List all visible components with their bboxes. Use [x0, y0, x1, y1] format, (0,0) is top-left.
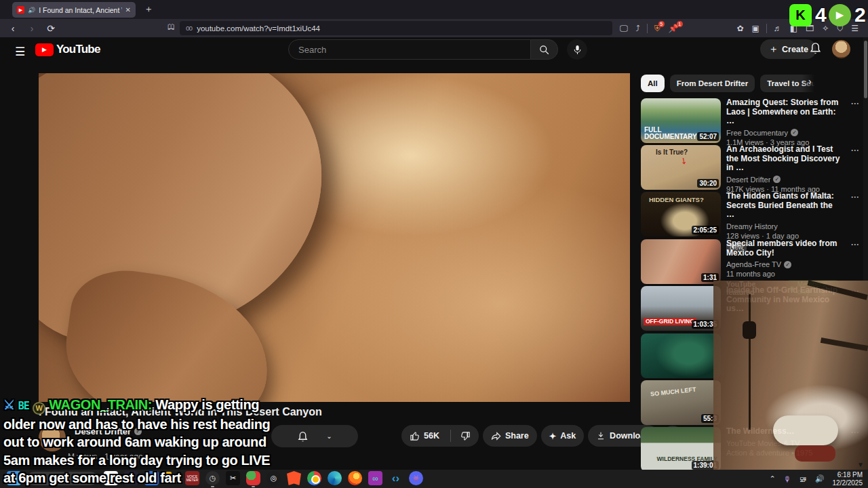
- chip-all[interactable]: All: [641, 75, 665, 92]
- mic-icon: [573, 45, 582, 55]
- edge-icon[interactable]: [328, 471, 342, 485]
- thumbnail[interactable]: OFF-GRID LIVING 1:03:35: [641, 286, 721, 331]
- chips-next-icon[interactable]: ›: [808, 76, 812, 87]
- related-video-4[interactable]: 1:31 Special members video from Mexico C…: [641, 239, 861, 284]
- screen: ▶ 🔊 I Found an Intact, Ancient Wo ✕ ＋ K …: [0, 0, 868, 488]
- chrome-icon[interactable]: [307, 471, 321, 485]
- duration-badge: 30:20: [697, 179, 719, 188]
- chat-badge-icon: BE: [18, 400, 29, 412]
- video-player[interactable]: [39, 73, 630, 402]
- shield-extension-icon[interactable]: ⛨5: [654, 24, 660, 33]
- search-button[interactable]: [531, 39, 558, 60]
- music-icon[interactable]: ♬: [774, 24, 782, 33]
- chevron-down-icon: ⌄: [326, 432, 332, 440]
- related-video-1[interactable]: FULLDOCUMENTARY 52:07 Amazing Quest: Sto…: [641, 98, 861, 143]
- toolbar-page-actions: 🖵 ⤴ ⛨5 📌1: [616, 19, 683, 37]
- site-permissions-icon[interactable]: oo: [186, 24, 192, 32]
- guide-hamburger-icon[interactable]: ☰: [15, 45, 25, 59]
- kebab-menu-icon[interactable]: ⋮: [850, 146, 860, 155]
- share-icon: [491, 432, 501, 441]
- account-avatar[interactable]: [832, 40, 850, 58]
- chat-caption-overlay: ⚔ BE W WAGON_TRAIN: Wappy is getting old…: [3, 396, 270, 487]
- thumb-down-icon: [460, 431, 471, 441]
- dislike-button[interactable]: [455, 431, 479, 441]
- microphone-boom-icon: [743, 321, 756, 339]
- kick-viewer-counter: K 4: [789, 3, 827, 27]
- chat-username: WAGON_TRAIN:: [49, 397, 152, 412]
- chip-from-channel[interactable]: From Desert Drifter: [670, 75, 755, 92]
- tray-chevron-icon[interactable]: ⌃: [770, 474, 776, 483]
- verified-icon: ✓: [791, 129, 798, 136]
- bookmarks-icon[interactable]: 🕮: [167, 22, 175, 30]
- like-button[interactable]: 56K: [401, 431, 446, 441]
- thumbnail[interactable]: HIDDEN GIANTS? 2:05:25: [641, 192, 721, 237]
- related-video-3[interactable]: HIDDEN GIANTS? 2:05:25 The Hidden Giants…: [641, 192, 861, 237]
- download-icon: [596, 431, 606, 441]
- url-bar[interactable]: oo youtube.com/watch?v=Imdt1xiUc44: [180, 21, 612, 35]
- create-button[interactable]: ＋ Create: [760, 39, 816, 59]
- bell-icon: [297, 430, 309, 443]
- tab-audio-icon[interactable]: 🔊: [28, 7, 35, 14]
- browser-tab[interactable]: ▶ 🔊 I Found an Intact, Ancient Wo ✕: [12, 2, 136, 18]
- kebab-menu-icon[interactable]: ⋮: [850, 241, 860, 249]
- duration-badge: 52:07: [697, 132, 719, 141]
- verified-icon: ✓: [773, 176, 781, 183]
- related-video-2[interactable]: Is It True?➘ 30:20 An Archaeologist and …: [641, 145, 861, 190]
- share-page-icon[interactable]: ⤴: [636, 24, 640, 33]
- vscode-icon[interactable]: ‹›: [389, 471, 403, 485]
- play-viewer-counter: ▶ 2: [829, 3, 866, 27]
- youtube-favicon-icon: ▶: [17, 6, 24, 14]
- kick-count: 4: [815, 3, 827, 26]
- url-text[interactable]: youtube.com/watch?v=Imdt1xiUc44: [197, 24, 320, 33]
- back-icon[interactable]: ‹: [7, 23, 19, 34]
- webcam-overlay: ▼: [713, 281, 868, 471]
- thumbnail[interactable]: [641, 333, 721, 378]
- kebab-menu-icon[interactable]: ⋮: [850, 193, 860, 201]
- kebab-menu-icon[interactable]: ⋮: [850, 100, 860, 108]
- youtube-play-icon: ▶: [35, 43, 54, 56]
- voice-search-button[interactable]: [567, 39, 587, 60]
- thumbnail[interactable]: WILDERNESS FAMILY 1:39:01: [641, 427, 721, 472]
- new-tab-button[interactable]: ＋: [144, 3, 153, 16]
- caret-down-icon: ▼: [857, 461, 864, 468]
- kick-icon: K: [789, 4, 812, 26]
- play-count: 2: [854, 3, 866, 26]
- notifications-button[interactable]: [809, 41, 822, 55]
- share-button[interactable]: Share: [483, 425, 537, 447]
- search-icon: [539, 45, 549, 55]
- like-count: 56K: [424, 431, 439, 441]
- extensions-icon[interactable]: ✿: [736, 24, 743, 33]
- tray-mic-icon[interactable]: 🎙: [784, 475, 791, 483]
- container-icon[interactable]: ▣: [751, 24, 759, 33]
- like-dislike-pill: 56K: [401, 425, 479, 447]
- bell-icon: [809, 41, 822, 55]
- thumbnail[interactable]: FULLDOCUMENTARY 52:07: [641, 98, 721, 143]
- pip-icon[interactable]: 🖵: [620, 24, 628, 33]
- reload-icon[interactable]: ⟳: [45, 23, 57, 34]
- arduino-icon[interactable]: ∞: [368, 471, 382, 485]
- ask-button[interactable]: ✦ Ask: [541, 425, 584, 447]
- plus-icon: ＋: [768, 43, 778, 56]
- thumbnail[interactable]: 1:31: [641, 239, 721, 284]
- thumbnail[interactable]: SO MUCH LEFT 55:3: [641, 380, 721, 425]
- crossed-swords-icon: ⚔: [3, 398, 15, 412]
- forward-icon[interactable]: ›: [26, 23, 38, 34]
- sparkle-icon: ✦: [549, 431, 556, 441]
- firefox-icon[interactable]: [348, 471, 362, 485]
- brave-browser-icon[interactable]: [287, 471, 301, 485]
- pin-extension-icon[interactable]: 📌1: [669, 24, 679, 33]
- discord-icon[interactable]: 👾: [409, 471, 423, 485]
- tab-title: I Found an Intact, Ancient Wo: [39, 6, 121, 14]
- subscribed-button[interactable]: ⌄: [271, 425, 358, 447]
- volume-icon[interactable]: 🔊: [815, 474, 825, 483]
- thumbnail[interactable]: Is It True?➘ 30:20: [641, 145, 721, 190]
- browser-tab-bar: ▶ 🔊 I Found an Intact, Ancient Wo ✕ ＋: [0, 0, 868, 19]
- moderator-badge-icon: W: [33, 402, 45, 415]
- filter-chips: All From Desert Drifter Travel to Southw…: [641, 75, 818, 93]
- tab-close-icon[interactable]: ✕: [125, 6, 131, 14]
- network-icon[interactable]: 🖳: [800, 475, 807, 483]
- taskbar-clock[interactable]: 6:18 PM 12/2/2025: [833, 471, 863, 487]
- thumb-up-icon: [410, 431, 420, 441]
- search-input[interactable]: Search: [288, 39, 531, 60]
- youtube-logo[interactable]: ▶ YouTube: [35, 43, 100, 56]
